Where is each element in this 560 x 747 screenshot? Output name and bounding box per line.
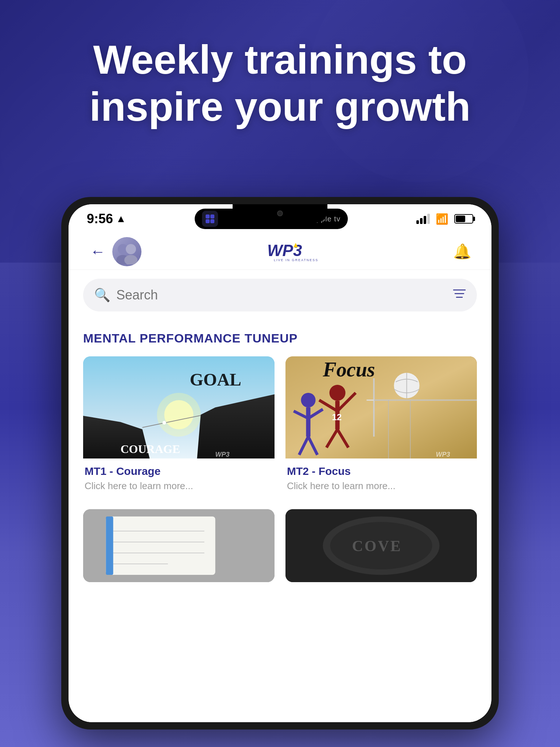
avatar-image [112, 237, 141, 266]
svg-text:COURAGE: COURAGE [121, 442, 180, 456]
logo-wrap: WP3 LIVE IN GREATNESS [264, 240, 329, 263]
search-input[interactable] [116, 287, 447, 303]
search-section: 🔍 [69, 270, 491, 320]
svg-text:LIVE IN GREATNESS: LIVE IN GREATNESS [274, 258, 318, 262]
app-header: ← [69, 233, 491, 270]
back-button[interactable]: ← [87, 241, 109, 263]
card-mt4[interactable]: COVE [285, 509, 477, 582]
svg-rect-51 [106, 516, 215, 575]
svg-rect-27 [285, 356, 477, 458]
hero-text-section: Weekly trainings to inspire your growth [0, 36, 560, 131]
svg-point-23 [163, 421, 166, 425]
card-mt2-image: 12 Focus WP3 [285, 356, 477, 458]
filter-icon[interactable] [453, 287, 466, 303]
svg-text:GOAL: GOAL [190, 370, 241, 389]
svg-rect-4 [210, 214, 214, 218]
card-mt3[interactable] [83, 509, 275, 582]
battery-fill [456, 216, 465, 222]
back-arrow-icon: ← [90, 243, 105, 260]
app-logo: WP3 LIVE IN GREATNESS [264, 240, 329, 262]
svg-rect-3 [206, 214, 210, 218]
svg-text:COVE: COVE [352, 538, 402, 554]
notification-button[interactable]: 🔔 [451, 241, 473, 263]
search-bar[interactable]: 🔍 [83, 279, 477, 311]
logo-center: WP3 LIVE IN GREATNESS [141, 240, 451, 263]
hero-title: Weekly trainings to inspire your growth [29, 36, 531, 131]
card-mt2-title: MT2 - Focus [287, 465, 475, 477]
svg-rect-5 [206, 219, 210, 223]
tablet-inner: 9:56 ▲ app [69, 204, 491, 722]
svg-point-35 [330, 385, 346, 401]
card-mt1[interactable]: GOAL COURAGE WP3 MT1 - Courage Click her… [83, 356, 275, 498]
card-mt1-info: MT1 - Courage Click here to learn more..… [83, 458, 275, 498]
svg-text:WP3: WP3 [436, 451, 450, 458]
svg-text:12: 12 [332, 412, 342, 422]
di-app-icon [202, 211, 218, 227]
main-content: MENTAL PERFORMANCE TUNEUP [69, 320, 491, 722]
camera-bar [233, 204, 327, 222]
camera-dot [277, 210, 283, 216]
svg-point-41 [301, 393, 316, 407]
status-time: 9:56 ▲ [87, 211, 126, 227]
bell-icon: 🔔 [453, 243, 471, 260]
location-arrow-icon: ▲ [116, 213, 126, 225]
signal-bars-icon [416, 214, 430, 224]
search-icon: 🔍 [94, 287, 110, 303]
section-title: MENTAL PERFORMANCE TUNEUP [83, 331, 477, 345]
wifi-icon: 📶 [436, 213, 448, 225]
card-mt3-image [83, 509, 275, 582]
app-screen: 9:56 ▲ app [69, 204, 491, 722]
avatar[interactable] [112, 237, 141, 266]
status-icons: 📶 [416, 213, 473, 225]
card-mt2-subtitle: Click here to learn more... [287, 480, 475, 492]
card-mt2[interactable]: 12 Focus WP3 MT2 - Focus Click here to l… [285, 356, 477, 498]
card-mt4-image: COVE [285, 509, 477, 582]
card-mt1-subtitle: Click here to learn more... [85, 480, 273, 492]
svg-text:WP3: WP3 [267, 241, 302, 259]
cards-grid: GOAL COURAGE WP3 MT1 - Courage Click her… [83, 356, 477, 582]
svg-point-19 [157, 393, 201, 437]
svg-rect-6 [210, 219, 214, 223]
svg-text:WP3: WP3 [215, 451, 230, 458]
card-mt1-image: GOAL COURAGE WP3 [83, 356, 275, 458]
card-mt1-title: MT1 - Courage [85, 465, 273, 477]
svg-rect-56 [106, 516, 113, 575]
tablet-device: 9:56 ▲ app [61, 197, 499, 729]
card-mt2-info: MT2 - Focus Click here to learn more... [285, 458, 477, 498]
battery-icon [454, 214, 473, 224]
svg-text:Focus: Focus [323, 358, 375, 381]
svg-point-8 [126, 244, 136, 254]
